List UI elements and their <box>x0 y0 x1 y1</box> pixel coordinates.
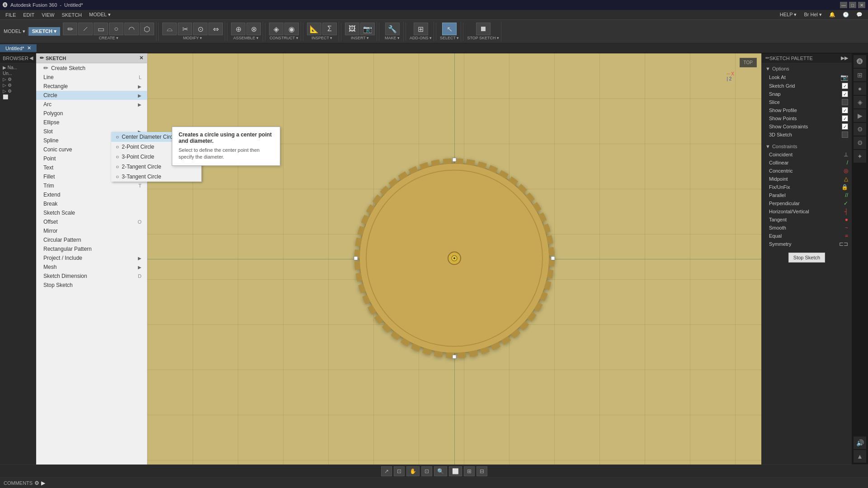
tb-insert1[interactable]: 🖼 <box>345 23 359 35</box>
tab-close-icon[interactable]: ✕ <box>27 45 31 51</box>
symmetry-icon[interactable]: ⊏⊐ <box>839 241 848 247</box>
sketch-item-ellipse[interactable]: Ellipse <box>36 118 147 127</box>
tb-construct2[interactable]: ◉ <box>284 23 299 35</box>
tab-untitled[interactable]: Untitled* ✕ <box>0 44 37 52</box>
far-right-anim-icon[interactable]: ▶ <box>854 109 866 122</box>
sketch-item-create-sketch[interactable]: ✏ Create Sketch <box>36 63 147 73</box>
tb-assemble1[interactable]: ⊕ <box>231 23 245 35</box>
nav-pan-button[interactable]: ✋ <box>406 466 420 476</box>
show-profile-checkbox[interactable] <box>842 107 848 113</box>
far-right-layers-icon[interactable]: ⊞ <box>854 69 866 81</box>
far-right-expand-icon[interactable]: ▲ <box>854 450 866 463</box>
sketch-item-rectangular-pattern[interactable]: Rectangular Pattern <box>36 244 147 253</box>
sketch-item-stop-sketch[interactable]: Stop Sketch <box>36 281 147 290</box>
smooth-icon[interactable]: ~ <box>845 225 848 231</box>
circle-item-3tangent[interactable]: ○ 3-Tangent Circle <box>111 172 201 182</box>
perpendicular-icon[interactable]: ✓ <box>844 200 848 206</box>
palette-expand-icon[interactable]: ▶▶ <box>841 55 848 61</box>
nav-zoom-button[interactable]: ⊡ <box>421 466 432 476</box>
far-right-material-icon[interactable]: ● <box>854 82 866 95</box>
maximize-button[interactable]: □ <box>849 2 856 8</box>
tb-select[interactable]: ↖ <box>442 23 457 35</box>
tree-item[interactable]: ▷ ⚙ <box>2 88 34 94</box>
tb-trim[interactable]: ✂ <box>178 23 192 35</box>
concentric-icon[interactable]: ◎ <box>844 168 848 174</box>
menu-help[interactable]: HELP ▾ <box>776 11 801 19</box>
close-button[interactable]: ✕ <box>858 2 865 8</box>
midpoint-icon[interactable]: △ <box>844 176 848 182</box>
far-right-render-icon[interactable]: ◈ <box>854 96 866 108</box>
sketch-item-sketch-dimension[interactable]: Sketch Dimension D <box>36 272 147 281</box>
sketch-item-extend[interactable]: Extend <box>36 190 147 199</box>
3d-sketch-checkbox[interactable] <box>842 131 848 138</box>
show-constraints-checkbox[interactable] <box>842 123 848 130</box>
tb-inspect1[interactable]: 📐 <box>307 23 321 35</box>
tb-line[interactable]: ⟋ <box>78 23 93 35</box>
collinear-icon[interactable]: / <box>847 160 848 166</box>
sketch-item-rectangle[interactable]: Rectangle ▶ <box>36 82 147 91</box>
tb-fillet[interactable]: ⌓ <box>162 23 177 35</box>
palette-constraints-header[interactable]: ▼ Constraints <box>762 142 852 150</box>
sketch-item-line[interactable]: Line L <box>36 73 147 82</box>
model-selector[interactable]: MODEL ▾ <box>2 28 28 35</box>
nav-view1-button[interactable]: ⬜ <box>449 466 462 476</box>
sketch-menu-close[interactable]: ✕ <box>139 55 143 61</box>
slice-checkbox[interactable] <box>842 99 848 105</box>
chat-icon[interactable]: 💬 <box>853 11 866 19</box>
tree-item[interactable]: ▷ ⚙ <box>2 76 34 82</box>
fix-unfix-icon[interactable]: 🔒 <box>841 184 848 190</box>
browser-collapse-icon[interactable]: ◀ <box>29 55 33 61</box>
nav-zoombox-button[interactable]: 🔍 <box>434 466 447 476</box>
tb-make1[interactable]: 🔧 <box>385 23 400 35</box>
tangent-icon[interactable]: ● <box>845 216 848 223</box>
user-account[interactable]: Br Hel ▾ <box>800 11 826 19</box>
sketch-item-trim[interactable]: Trim T <box>36 181 147 190</box>
far-right-volume-icon[interactable]: 🔊 <box>854 436 866 449</box>
tb-create-sketch[interactable]: ✏ <box>63 23 77 35</box>
stop-sketch-palette-button[interactable]: Stop Sketch <box>788 253 825 263</box>
comments-expand-icon[interactable]: ▶ <box>41 480 45 486</box>
tb-rectangle[interactable]: ▭ <box>94 23 108 35</box>
tb-inspect2[interactable]: Σ <box>322 23 337 35</box>
look-at-icon[interactable]: 📷 <box>840 74 848 81</box>
menu-model[interactable]: MODEL ▾ <box>85 11 114 19</box>
nav-orbit-button[interactable]: ⊡ <box>394 466 405 476</box>
view-cube[interactable]: TOP <box>740 58 757 67</box>
sketch-item-sketch-scale[interactable]: Sketch Scale <box>36 208 147 217</box>
far-right-app-icon[interactable]: 🅐 <box>854 55 866 68</box>
nav-view3-button[interactable]: ⊟ <box>476 466 487 476</box>
sketch-item-circle[interactable]: Circle ▶ <box>36 91 147 100</box>
sketch-item-circular-pattern[interactable]: Circular Pattern <box>36 235 147 244</box>
tb-mirror[interactable]: ⇔ <box>208 23 223 35</box>
nav-view2-button[interactable]: ⊞ <box>464 466 475 476</box>
notifications-icon[interactable]: 🔔 <box>826 11 839 19</box>
tb-polygon[interactable]: ⬡ <box>140 23 154 35</box>
parallel-icon[interactable]: // <box>845 192 848 198</box>
sketch-grid-checkbox[interactable] <box>842 83 848 89</box>
snap-checkbox[interactable] <box>842 91 848 97</box>
tb-construct1[interactable]: ◈ <box>269 23 283 35</box>
comments-settings-icon[interactable]: ⚙ <box>34 480 39 486</box>
sketch-item-break[interactable]: Break <box>36 199 147 208</box>
far-right-cam-icon[interactable]: ⚙ <box>854 136 866 149</box>
tb-arc[interactable]: ◠ <box>124 23 139 35</box>
nav-home-button[interactable]: ↗ <box>381 466 392 476</box>
far-right-sim-icon[interactable]: ⚙ <box>854 123 866 136</box>
tb-assemble2[interactable]: ⊗ <box>246 23 261 35</box>
coincident-icon[interactable]: ⊥ <box>844 151 848 158</box>
tb-addons1[interactable]: ⊞ <box>414 23 428 35</box>
tree-item[interactable]: Un... <box>2 70 34 76</box>
tree-item[interactable]: ▷ ⚙ <box>2 82 34 88</box>
sketch-item-offset[interactable]: Offset O <box>36 217 147 226</box>
equal-icon[interactable]: = <box>845 233 848 239</box>
menu-view[interactable]: VIEW <box>38 11 58 19</box>
sketch-item-project-include[interactable]: Project / Include ▶ <box>36 253 147 263</box>
tb-insert2[interactable]: 📷 <box>360 23 375 35</box>
tree-item[interactable]: ⬜ <box>2 94 34 100</box>
horizontal-vertical-icon[interactable]: ┤ <box>844 208 848 215</box>
tb-offset[interactable]: ⊙ <box>193 23 208 35</box>
sketch-item-polygon[interactable]: Polygon <box>36 109 147 118</box>
tb-circle[interactable]: ○ <box>109 23 123 35</box>
tree-item[interactable]: ▶ Na... <box>2 65 34 70</box>
canvas-area[interactable]: TOP ─ X | 2 <box>147 53 761 465</box>
